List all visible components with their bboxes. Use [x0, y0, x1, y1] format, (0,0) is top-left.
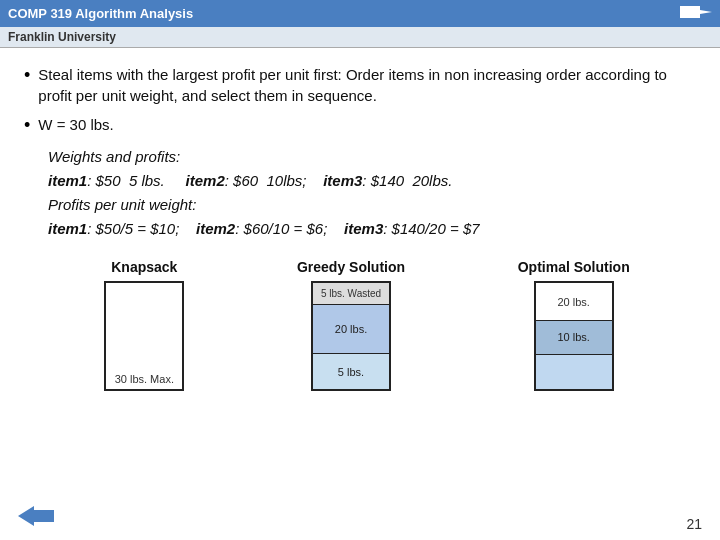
weights-section: Weights and profits: item1: $50 5 lbs. i… [48, 145, 696, 241]
bullet-text-2: W = 30 lbs. [38, 114, 113, 135]
optimal-box: 20 lbs. 10 lbs. [534, 281, 614, 391]
header-bar: COMP 319 Algorithm Analysis [0, 0, 720, 27]
bullet-dot-1: • [24, 64, 30, 87]
svg-marker-1 [18, 506, 54, 526]
page-number: 21 [686, 516, 702, 532]
back-arrow-icon[interactable] [18, 506, 54, 532]
svg-marker-0 [680, 6, 712, 18]
main-content: • Steal items with the largest profit pe… [0, 48, 720, 401]
profits-items: item1: $50/5 = $10; item2: $60/10 = $6; … [48, 217, 696, 241]
greedy-diagram: Greedy Solution 5 lbs. Wasted 20 lbs. 5 … [297, 259, 405, 391]
optimal-mid-section: 10 lbs. [536, 320, 612, 355]
knapsack-diagram: Knapsack 30 lbs. Max. [104, 259, 184, 391]
knapsack-inside-label: 30 lbs. Max. [115, 373, 174, 385]
greedy-wasted-label: 5 lbs. Wasted [321, 288, 381, 299]
optimal-mid-label: 10 lbs. [557, 331, 589, 343]
weights-label: Weights and profits: [48, 145, 696, 169]
greedy-bottom-label: 5 lbs. [338, 366, 364, 378]
knapsack-box: 30 lbs. Max. [104, 281, 184, 391]
subheader-bar: Franklin University [0, 27, 720, 48]
optimal-top-section: 20 lbs. [536, 283, 612, 320]
greedy-box: 5 lbs. Wasted 20 lbs. 5 lbs. [311, 281, 391, 391]
greedy-wasted-section: 5 lbs. Wasted [313, 283, 389, 305]
knapsack-label: Knapsack [111, 259, 177, 275]
subheader-title: Franklin University [8, 30, 116, 44]
optimal-label: Optimal Solution [518, 259, 630, 275]
greedy-label: Greedy Solution [297, 259, 405, 275]
optimal-top-label: 20 lbs. [557, 296, 589, 308]
optimal-bottom-section [536, 355, 612, 390]
weights-items: item1: $50 5 lbs. item2: $60 10lbs; item… [48, 169, 696, 193]
bullet-item-1: • Steal items with the largest profit pe… [24, 64, 696, 106]
greedy-bottom-section: 5 lbs. [313, 354, 389, 389]
profits-label: Profits per unit weight: [48, 193, 696, 217]
greedy-mid-label: 20 lbs. [335, 323, 367, 335]
diagrams-section: Knapsack 30 lbs. Max. Greedy Solution 5 … [48, 259, 686, 391]
bullet-text-1: Steal items with the largest profit per … [38, 64, 696, 106]
bullet-dot-2: • [24, 114, 30, 137]
header-arrow-icon [680, 4, 712, 23]
optimal-diagram: Optimal Solution 20 lbs. 10 lbs. [518, 259, 630, 391]
greedy-mid-section: 20 lbs. [313, 305, 389, 354]
header-title: COMP 319 Algorithm Analysis [8, 6, 193, 21]
bullet-item-2: • W = 30 lbs. [24, 114, 696, 137]
